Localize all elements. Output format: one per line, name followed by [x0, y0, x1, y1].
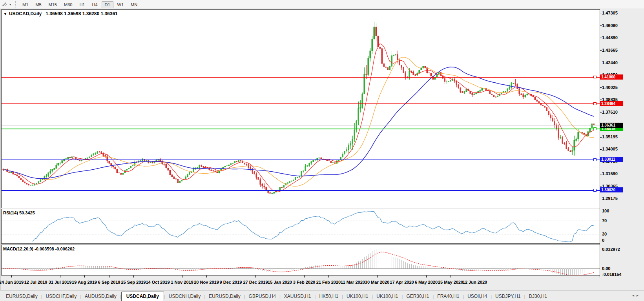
chart-tab-usdcad-daily[interactable]: USDCAD,Daily [121, 292, 164, 301]
timeframe-button-m1[interactable]: M1 [19, 1, 31, 8]
chart-tab-eurusd-daily[interactable]: EURUSD,Daily [205, 292, 244, 301]
timeframe-button-w1[interactable]: W1 [114, 1, 127, 8]
chart-panels [2, 10, 600, 276]
chart-tab-gbpusd-h4[interactable]: GBPUSD,H4 [245, 292, 279, 301]
tab-scroll-right-icon[interactable]: ▸ [637, 293, 641, 297]
chart-tab-usoil-h4[interactable]: USOil,H4 [464, 292, 491, 301]
timeframe-button-mn[interactable]: MN [128, 1, 140, 8]
chart-tab-dj30-h1[interactable]: DJ30,H1 [525, 292, 551, 301]
timeframe-button-m5[interactable]: M5 [32, 1, 44, 8]
price-axis-ticks [600, 13, 602, 199]
line-tool-glyph [2, 1, 9, 7]
tab-scroll-left-icon[interactable]: ◂ [632, 293, 637, 297]
date-axis-ticks [12, 276, 475, 277]
chart-tab-hk50-h1[interactable]: HK50,H1 [316, 292, 342, 301]
toolbar-dropdown-icon[interactable]: ▾ [9, 3, 11, 6]
chart-tab-uk100-h1[interactable]: UK100,H1 [343, 292, 372, 301]
chart-tab-eurusd-daily[interactable]: EURUSD,Daily [2, 292, 41, 301]
timeframe-button-h1[interactable]: H1 [76, 1, 88, 8]
chart-tab-fra40-h1[interactable]: FRA40,H1 [434, 292, 463, 301]
timeframe-button-d1[interactable]: D1 [102, 1, 113, 8]
chart-tab-ger30-h1[interactable]: GER30,H1 [403, 292, 432, 301]
timeframe-button-m30[interactable]: M30 [61, 1, 75, 8]
chart-tab-usdcnh-daily[interactable]: USDCNH,Daily [165, 292, 204, 301]
chart-tab-uk100-h1[interactable]: UK100,H1 [373, 292, 401, 301]
chart-tab-audusd-daily[interactable]: AUDUSD,Daily [81, 292, 120, 301]
chart-tab-usdjpy-h1[interactable]: USDJPY,H1 [492, 292, 524, 301]
timeframe-button-m15[interactable]: M15 [46, 1, 60, 8]
draw-tool-icon[interactable]: ▾ [2, 1, 11, 7]
tab-scroll-arrows: ◂▸ [632, 293, 641, 297]
chart-tab-xauusd-h1[interactable]: XAUUSD,H1 [281, 292, 315, 301]
chart-tab-usdchf-daily[interactable]: USDCHF,Daily [42, 292, 80, 301]
symbol-tab-bar: EURUSD,Daily|USDCHF,Daily|AUDUSD,Daily|U… [0, 290, 644, 301]
toolbar-grip-handle[interactable] [15, 1, 16, 7]
timeframe-button-h4[interactable]: H4 [89, 1, 100, 8]
chart-window: ▼USDCAD,Daily1.36598 1.36598 1.36280 1.3… [0, 0, 644, 290]
timeframe-toolbar: ▾ M1M5M15M30H1H4D1W1MN [0, 0, 644, 9]
timeframe-buttons: M1M5M15M30H1H4D1W1MN [19, 1, 141, 8]
